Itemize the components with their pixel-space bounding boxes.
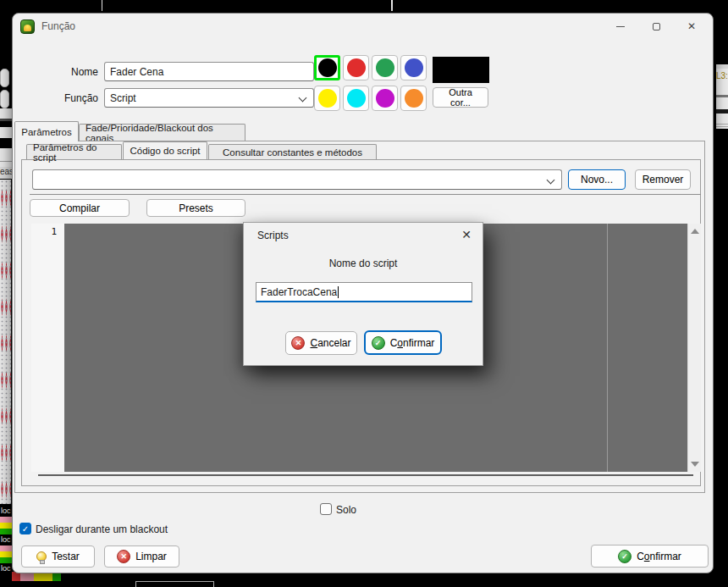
background-outlined-box [135, 581, 214, 587]
remove-script-label: Remover [643, 174, 684, 186]
cancel-circle-icon: ✕ [117, 550, 130, 563]
color-swatch-yellow[interactable] [314, 86, 340, 111]
clear-button[interactable]: ✕ Limpar [104, 545, 179, 568]
check-icon: ✓ [375, 339, 382, 347]
tab-parametros-do-script[interactable]: Parâmetros do script [26, 144, 122, 159]
modal-confirm-label: Confirmar [390, 337, 435, 349]
name-label: Nome [26, 66, 98, 78]
editor-line-gutter: 1 [31, 224, 64, 472]
scripts-modal: Scripts ✕ Nome do script FaderTrocaCena … [243, 222, 483, 366]
clear-label: Limpar [135, 551, 167, 562]
compile-button[interactable]: Compilar [30, 199, 130, 217]
swatch-color [405, 89, 423, 108]
list-item-color [0, 523, 12, 529]
tab-label: Consultar constantes e métodos [223, 147, 362, 158]
function-value: Script [110, 92, 136, 104]
cancel-circle-icon: ✕ [291, 336, 305, 350]
background-button-sliver [0, 90, 9, 108]
confirm-label: Confirmar [637, 551, 681, 562]
function-select[interactable]: Script [104, 88, 314, 108]
tab-consultar-constantes[interactable]: Consultar constantes e métodos [208, 144, 377, 159]
background-strip [0, 148, 12, 167]
list-item-label: loc [0, 534, 12, 545]
list-item-color [0, 557, 12, 563]
script-name-label: Nome do script [244, 258, 483, 269]
background-strip [0, 127, 12, 138]
solo-checkbox[interactable] [320, 503, 332, 515]
scroll-up-icon[interactable] [691, 229, 699, 234]
color-swatch-magenta[interactable] [372, 86, 398, 111]
color-swatch-green[interactable] [372, 55, 398, 80]
editor-vertical-scrollbar[interactable] [687, 224, 701, 472]
swatch-color [347, 89, 366, 108]
close-button[interactable]: ✕ [674, 14, 709, 39]
scroll-down-icon[interactable] [691, 462, 699, 467]
list-item-color [0, 517, 12, 523]
maximize-button[interactable] [638, 14, 674, 39]
tab-parametros[interactable]: Parâmetros [14, 121, 79, 141]
swatch-color [318, 89, 337, 108]
name-value: Fader Cena [110, 66, 163, 78]
color-swatch-red[interactable] [343, 55, 369, 80]
list-item-color [0, 545, 12, 551]
tab-label: Parâmetros do script [33, 142, 115, 163]
tab-fade-prioridade-blackout[interactable]: Fade/Prioridade/Blackout dos canais [79, 124, 245, 141]
test-button[interactable]: Testar [21, 545, 95, 568]
tab-label: Código do script [130, 146, 200, 156]
text-cursor [338, 286, 339, 298]
tab-codigo-do-script[interactable]: Código do script [123, 141, 207, 159]
background-hairline [0, 161, 12, 162]
list-item-label: loc [0, 506, 12, 517]
dialog-title: Função [41, 20, 75, 32]
new-script-label: Novo... [581, 174, 613, 186]
blackout-label: Desligar durante um blackout [36, 523, 168, 535]
script-combobox[interactable] [32, 169, 562, 190]
compile-label: Compilar [59, 202, 100, 214]
modal-cancel-label: Cancelar [310, 337, 350, 349]
modal-close-icon[interactable]: ✕ [461, 228, 472, 241]
other-color-button[interactable]: Outra cor... [433, 87, 488, 108]
background-strip [716, 97, 728, 109]
tab-label: Parâmetros [21, 127, 71, 137]
test-label: Testar [52, 551, 80, 562]
background-hairline [716, 124, 728, 125]
blackout-checkbox[interactable]: ✓ [19, 523, 31, 534]
script-name-input[interactable]: FaderTrocaCena [256, 282, 472, 302]
chevron-down-icon [299, 94, 307, 102]
check-icon: ✓ [621, 552, 628, 561]
minimize-button[interactable] [603, 14, 638, 39]
color-swatch-cyan[interactable] [343, 86, 369, 111]
swatch-color [347, 58, 366, 77]
modal-cancel-button[interactable]: ✕ Cancelar [285, 331, 357, 355]
lightbulb-icon [36, 551, 47, 562]
background-strip [0, 119, 12, 121]
cross-icon: ✕ [120, 552, 127, 561]
editor-horizontal-scrollbar[interactable] [38, 474, 693, 476]
presets-button[interactable]: Presets [146, 199, 245, 217]
modal-title-bar[interactable]: Scripts ✕ [244, 223, 483, 246]
background-partial-text: eas [0, 167, 12, 179]
color-swatch-black[interactable] [314, 55, 340, 80]
color-swatch-blue[interactable] [400, 55, 427, 80]
background-right-label: L3: C [716, 69, 728, 95]
modal-confirm-button[interactable]: ✓ Confirmar [364, 330, 442, 355]
swatch-color [405, 58, 423, 77]
new-script-button[interactable]: Novo... [568, 169, 626, 190]
cross-icon: ✕ [295, 339, 302, 347]
function-label: Função [26, 92, 98, 104]
presets-label: Presets [179, 202, 213, 214]
background-hairline [716, 126, 728, 127]
solo-label: Solo [336, 504, 356, 516]
confirm-button[interactable]: ✓ Confirmar [591, 545, 709, 568]
script-name-value: FaderTrocaCena [261, 286, 337, 298]
background-dot-grid [0, 180, 11, 504]
confirm-circle-icon: ✓ [618, 550, 631, 563]
remove-script-button[interactable]: Remover [635, 169, 691, 190]
swatch-color [376, 58, 394, 77]
background-strip [0, 108, 12, 119]
chevron-down-icon [547, 176, 555, 185]
color-swatch-orange[interactable] [400, 86, 427, 111]
top-divider-line [102, 0, 102, 11]
list-item-color [0, 529, 12, 534]
name-input[interactable]: Fader Cena [104, 62, 314, 81]
